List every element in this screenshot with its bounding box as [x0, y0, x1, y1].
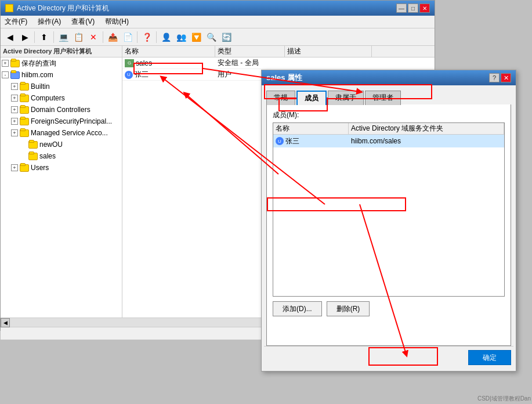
- members-col-name: 名称: [273, 123, 349, 134]
- members-label: 成员(M):: [273, 110, 507, 120]
- tree-item-builtin[interactable]: + Builtin: [1, 81, 122, 92]
- managed-icon: [20, 129, 29, 137]
- sales-label: sales: [39, 152, 56, 160]
- app-icon: [5, 4, 13, 12]
- tree-item-hiibm[interactable]: - hiibm.com: [1, 69, 122, 81]
- close-button[interactable]: ✕: [419, 3, 430, 13]
- tab-general[interactable]: 常规: [266, 91, 295, 105]
- copy-button[interactable]: 📋: [71, 30, 85, 44]
- member-path-cell: hiibm.com/sales: [349, 137, 504, 145]
- dc-icon: [20, 106, 29, 114]
- tab-member-of[interactable]: 隶属于: [328, 91, 364, 105]
- sales-type-text: 安全组 - 全局: [218, 58, 259, 68]
- member-row-zhangsan[interactable]: U 张三 hiibm.com/sales: [273, 135, 504, 147]
- minimize-button[interactable]: —: [396, 3, 407, 13]
- managed-toggle[interactable]: +: [11, 129, 18, 136]
- dc-label: Domain Controllers: [31, 106, 91, 114]
- sales-folder-icon: [28, 153, 38, 160]
- menu-view[interactable]: 查看(V): [70, 16, 96, 27]
- watermark: CSD|域管理教程Dan: [477, 395, 531, 403]
- menu-help[interactable]: 帮助(H): [103, 16, 131, 27]
- scroll-left-btn[interactable]: ◀: [1, 318, 10, 327]
- add-member-button[interactable]: 添加(D)...: [273, 301, 322, 316]
- saved-queries-label: 保存的查询: [21, 59, 56, 68]
- export-button[interactable]: 📤: [106, 30, 120, 44]
- tree-item-sales[interactable]: sales: [1, 150, 122, 162]
- maximize-button[interactable]: □: [408, 3, 418, 13]
- user-button[interactable]: 👤: [159, 30, 173, 44]
- member-name-cell: U 张三: [273, 136, 349, 146]
- member-path-text: hiibm.com/sales: [351, 137, 401, 145]
- dialog-inner: 常规 成员 隶属于 管理者 成员(M): 名称 Active Directory…: [262, 85, 516, 371]
- hiibm-label: hiibm.com: [21, 71, 53, 79]
- builtin-toggle[interactable]: +: [11, 83, 18, 90]
- dc-toggle[interactable]: +: [11, 106, 18, 113]
- users-toggle[interactable]: +: [11, 164, 18, 171]
- tab-content-area: 成员(M): 名称 Active Directory 域服务文件夹 U 张三 h…: [266, 104, 511, 346]
- members-table: 名称 Active Directory 域服务文件夹 U 张三 hiibm.co…: [273, 122, 505, 297]
- sales-name-text: sales: [136, 59, 152, 67]
- saved-queries-icon: [10, 60, 20, 67]
- col-type[interactable]: 类型: [215, 46, 285, 57]
- toolbar-sep-3: [103, 31, 103, 43]
- tree-item-users[interactable]: + Users: [1, 162, 122, 174]
- tree-panel-header: Active Directory 用户和计算机: [1, 46, 122, 57]
- computer-button[interactable]: 💻: [56, 30, 70, 44]
- tree-item-computers[interactable]: + Computers: [1, 92, 122, 104]
- confirm-button[interactable]: 确定: [468, 350, 511, 365]
- builtin-icon: [20, 83, 29, 91]
- hiibm-toggle[interactable]: -: [2, 71, 9, 78]
- help-button[interactable]: ❓: [140, 30, 154, 44]
- menu-file[interactable]: 文件(F): [3, 16, 29, 27]
- toolbar-sep-1: [34, 31, 35, 43]
- toolbar: ◀ ▶ ⬆ 💻 📋 ✕ 📤 📄 ❓ 👤 👥 🔽 🔍 🔄: [1, 28, 435, 46]
- members-table-header: 名称 Active Directory 域服务文件夹: [273, 123, 504, 135]
- tree-item-saved-queries[interactable]: + 保存的查询: [1, 57, 122, 69]
- hiibm-icon: [10, 71, 20, 79]
- menu-action[interactable]: 操作(A): [36, 16, 63, 27]
- computers-label: Computers: [31, 94, 65, 102]
- users-icon: [20, 164, 29, 172]
- newou-label: newOU: [39, 140, 63, 149]
- tab-manager[interactable]: 管理者: [365, 91, 401, 105]
- tab-members[interactable]: 成员: [296, 91, 327, 105]
- toolbar-sep-5: [156, 31, 157, 43]
- remove-member-button[interactable]: 删除(R): [327, 301, 370, 316]
- tree-item-managed[interactable]: + Managed Service Acco...: [1, 127, 122, 139]
- toolbar-sep-2: [53, 31, 54, 43]
- search-button[interactable]: 🔍: [204, 30, 218, 44]
- foreign-toggle[interactable]: +: [11, 118, 18, 125]
- member-name-text: 张三: [285, 136, 299, 146]
- properties-button[interactable]: 📄: [121, 30, 135, 44]
- list-header: 名称 类型 描述: [122, 46, 435, 57]
- member-user-icon: U: [276, 137, 284, 145]
- saved-queries-toggle[interactable]: +: [2, 60, 9, 67]
- forward-button[interactable]: ▶: [18, 30, 32, 44]
- up-button[interactable]: ⬆: [37, 30, 51, 44]
- refresh-button[interactable]: 🔄: [219, 30, 233, 44]
- toolbar-sep-4: [137, 31, 137, 43]
- list-row-sales[interactable]: G sales 安全组 - 全局: [122, 57, 435, 69]
- tree-item-dc[interactable]: + Domain Controllers: [1, 104, 122, 116]
- tree-item-newou[interactable]: newOU: [1, 139, 122, 150]
- dialog-title: sales 属性 ? ✕: [262, 70, 516, 85]
- dialog-title-buttons: ? ✕: [489, 73, 511, 82]
- members-col-path: Active Directory 域服务文件夹: [349, 123, 504, 134]
- group-icon-sales: G: [125, 59, 134, 67]
- title-bar-left: Active Directory 用户和计算机: [5, 3, 109, 13]
- dialog-title-text: sales 属性: [266, 73, 302, 83]
- group-button[interactable]: 👥: [174, 30, 188, 44]
- col-name[interactable]: 名称: [122, 46, 215, 57]
- delete-button[interactable]: ✕: [86, 30, 100, 44]
- foreign-label: ForeignSecurityPrincipal...: [31, 117, 112, 125]
- col-desc[interactable]: 描述: [285, 46, 372, 57]
- dialog-help-button[interactable]: ?: [489, 73, 500, 82]
- back-button[interactable]: ◀: [3, 30, 17, 44]
- managed-label: Managed Service Acco...: [31, 129, 108, 137]
- title-buttons: — □ ✕: [396, 3, 430, 13]
- foreign-icon: [20, 118, 29, 125]
- filter-button[interactable]: 🔽: [189, 30, 203, 44]
- tree-item-foreign[interactable]: + ForeignSecurityPrincipal...: [1, 116, 122, 127]
- dialog-close-button[interactable]: ✕: [501, 73, 511, 82]
- computers-toggle[interactable]: +: [11, 95, 18, 102]
